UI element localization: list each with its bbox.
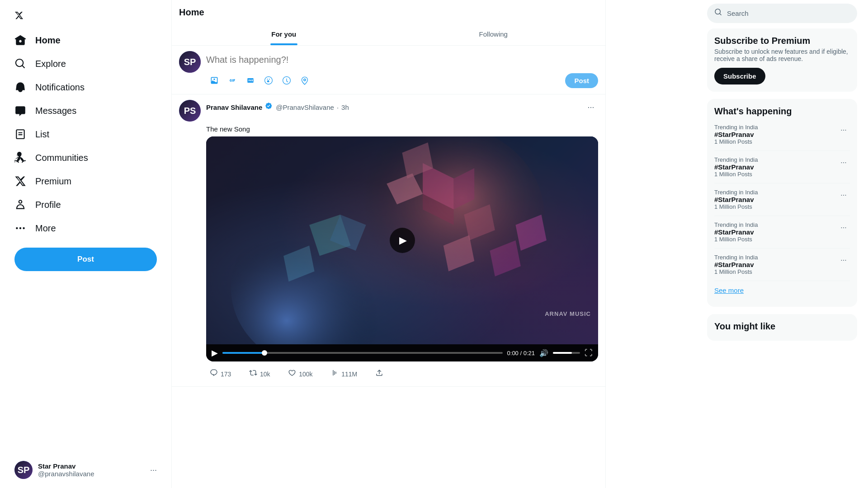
tweet-header: PS Pranav Shilavane @PranavShilavane · 3… xyxy=(179,100,598,122)
video-progress-bar[interactable] xyxy=(222,352,503,354)
you-might-like-title: You might like xyxy=(714,321,850,332)
tweet-text: The new Song xyxy=(206,125,598,133)
video-progress-dot xyxy=(262,350,267,356)
subscribe-button[interactable]: Subscribe xyxy=(714,68,765,84)
sidebar-item-profile[interactable]: Profile xyxy=(7,193,164,216)
messages-icon xyxy=(14,105,26,117)
tab-for-you[interactable]: For you xyxy=(179,23,389,45)
trending-more-4[interactable]: ··· xyxy=(837,221,850,234)
trending-item-1[interactable]: Trending in India #StarPranav 1 Million … xyxy=(714,118,850,151)
compose-input[interactable] xyxy=(206,51,598,69)
views-count: 111M xyxy=(341,371,357,378)
trending-item-3[interactable]: Trending in India #StarPranav 1 Million … xyxy=(714,183,850,216)
tweet-author-handle: @PranavShilavane xyxy=(276,103,334,111)
trending-info-5: Trending in India #StarPranav 1 Million … xyxy=(714,254,837,275)
share-icon xyxy=(375,369,383,379)
video-watermark: ARNAV MUSIC xyxy=(545,310,591,317)
trending-label-5: Trending in India xyxy=(714,254,837,261)
trending-label-3: Trending in India xyxy=(714,189,837,196)
sidebar-item-messages[interactable]: Messages xyxy=(7,99,164,122)
trending-more-5[interactable]: ··· xyxy=(837,254,850,267)
video-volume-icon[interactable]: 🔊 xyxy=(539,349,548,357)
trending-count-5: 1 Million Posts xyxy=(714,268,837,275)
video-controls: ▶ 0:00 / 0:21 🔊 ⛶ xyxy=(206,344,598,361)
user-avatar: SP xyxy=(14,461,33,479)
trending-title: What's happening xyxy=(714,106,850,117)
trending-more-2[interactable]: ··· xyxy=(837,156,850,169)
sidebar-item-home[interactable]: Home xyxy=(7,29,164,52)
premium-icon xyxy=(14,175,26,187)
views-icon xyxy=(330,369,339,379)
sidebar-item-premium[interactable]: Premium xyxy=(7,170,164,192)
tab-following[interactable]: Following xyxy=(389,23,599,45)
trending-count-2: 1 Million Posts xyxy=(714,171,837,178)
trending-label-1: Trending in India xyxy=(714,124,837,131)
tweet-item[interactable]: PS Pranav Shilavane @PranavShilavane · 3… xyxy=(172,94,605,387)
trending-more-1[interactable]: ··· xyxy=(837,124,850,136)
main-header: Home For you Following xyxy=(172,0,605,46)
user-username: @pranavshilavane xyxy=(38,470,150,478)
user-account-button[interactable]: SP Star Pranav @pranavshilavane ··· xyxy=(7,455,164,484)
video-volume-bar[interactable] xyxy=(553,352,580,354)
trending-info-4: Trending in India #StarPranav 1 Million … xyxy=(714,221,837,243)
tweet-timestamp: 3h xyxy=(341,103,349,111)
compose-tools xyxy=(206,72,313,89)
reply-count: 173 xyxy=(221,371,231,378)
sidebar-item-communities[interactable]: Communities xyxy=(7,146,164,169)
sidebar-item-premium-label: Premium xyxy=(35,176,71,187)
compose-toolbar: Post xyxy=(206,72,598,89)
search-icon xyxy=(714,8,722,19)
reply-button[interactable]: 173 xyxy=(206,367,235,381)
compose-list-button[interactable] xyxy=(242,72,259,89)
compose-location-button[interactable] xyxy=(297,72,313,89)
post-button[interactable]: Post xyxy=(14,248,157,271)
search-input[interactable] xyxy=(727,9,850,17)
trending-item-4[interactable]: Trending in India #StarPranav 1 Million … xyxy=(714,216,850,249)
logo-button[interactable] xyxy=(7,4,31,27)
account-more-icon: ··· xyxy=(150,465,157,475)
sidebar-item-list[interactable]: List xyxy=(7,123,164,145)
compose-right: Post xyxy=(206,51,598,89)
trending-item-2[interactable]: Trending in India #StarPranav 1 Million … xyxy=(714,151,850,183)
tweet-actions: 173 10k 100k 111M xyxy=(206,367,387,381)
sidebar-item-list-label: List xyxy=(35,129,49,140)
trending-item-5[interactable]: Trending in India #StarPranav 1 Million … xyxy=(714,249,850,281)
trending-tag-5: #StarPranav xyxy=(714,261,837,268)
user-display-name: Star Pranav xyxy=(38,462,150,470)
sidebar-item-profile-label: Profile xyxy=(35,200,61,210)
compose-schedule-button[interactable] xyxy=(278,72,295,89)
tweet-author-name: Pranav Shilavane xyxy=(206,103,262,111)
retweet-button[interactable]: 10k xyxy=(245,367,274,381)
sidebar-item-notifications[interactable]: Notifications xyxy=(7,76,164,99)
compose-media-button[interactable] xyxy=(206,72,222,89)
video-play-button[interactable]: ▶ xyxy=(390,228,415,253)
search-box xyxy=(707,0,857,28)
trending-tag-2: #StarPranav xyxy=(714,163,837,171)
user-info: Star Pranav @pranavshilavane xyxy=(38,462,150,478)
compose-post-button[interactable]: Post xyxy=(565,73,598,88)
sidebar-item-more[interactable]: More xyxy=(7,217,164,239)
tweet-more-button[interactable]: ··· xyxy=(584,100,598,114)
sidebar-item-home-label: Home xyxy=(35,35,61,46)
views-button[interactable]: 111M xyxy=(327,367,361,381)
sidebar-item-explore[interactable]: Explore xyxy=(7,52,164,75)
you-might-like-widget: You might like xyxy=(707,314,857,341)
compose-gif-button[interactable] xyxy=(224,72,241,89)
trending-tag-1: #StarPranav xyxy=(714,131,837,138)
share-button[interactable] xyxy=(372,367,387,381)
compose-emoji-button[interactable] xyxy=(260,72,277,89)
retweet-icon xyxy=(249,369,257,379)
like-button[interactable]: 100k xyxy=(284,367,316,381)
trending-tag-3: #StarPranav xyxy=(714,196,837,203)
more-icon xyxy=(14,222,26,234)
retweet-count: 10k xyxy=(260,371,270,378)
see-more-link[interactable]: See more xyxy=(714,281,850,300)
premium-widget: Subscribe to Premium Subscribe to unlock… xyxy=(707,28,857,92)
video-control-play[interactable]: ▶ xyxy=(212,348,218,358)
sidebar-item-communities-label: Communities xyxy=(35,153,88,163)
trending-more-3[interactable]: ··· xyxy=(837,189,850,202)
premium-description: Subscribe to unlock new features and if … xyxy=(714,48,850,62)
trending-tag-4: #StarPranav xyxy=(714,228,837,236)
sidebar-item-explore-label: Explore xyxy=(35,59,66,69)
video-fullscreen-button[interactable]: ⛶ xyxy=(585,348,593,358)
